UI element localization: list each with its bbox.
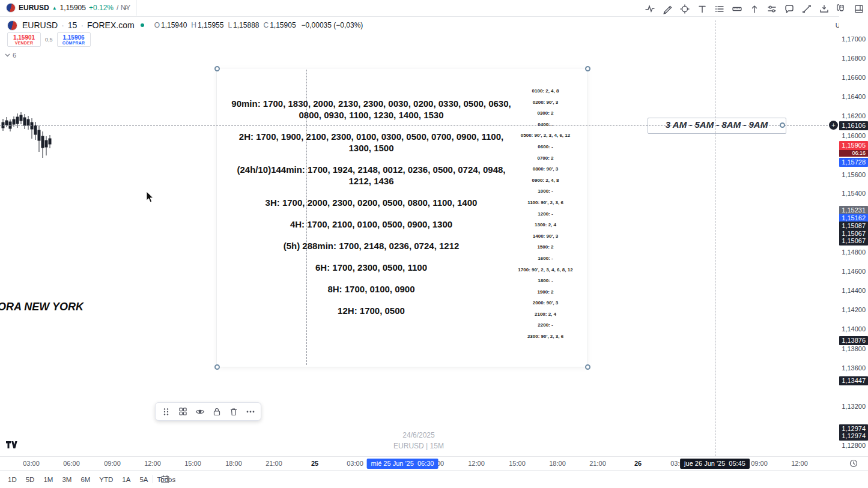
range-1a[interactable]: 1A [118,474,135,485]
schedule-row: 0700: 2 [514,153,577,164]
crosshair-icon[interactable] [679,4,690,14]
price-axis-label: 1,13800 [842,345,866,353]
magnet-icon[interactable] [836,4,847,14]
low-label: L [228,21,232,29]
annotation-resize-handle[interactable] [780,122,785,128]
price-level-badge: 1,15728 [839,158,868,167]
price-axis-label: 1,15400 [842,189,866,197]
exchange-label[interactable]: FOREX.com [87,20,135,30]
bottom-toolbar: 1D5D1M3M6MYTD1A5ATodos [0,470,868,488]
anchor-handle-top-right[interactable] [585,66,590,71]
price-axis-label: 1,13200 [842,402,866,411]
time-axis-label: 25 [311,460,318,467]
close-label: C [264,21,269,29]
time-axis-label: 12:00 [468,460,485,467]
last-price-badge: 1,1590506:16 [839,141,868,157]
price-badge-text: 1,15728 [839,158,868,167]
layout-settings-icon[interactable] [854,4,864,14]
trendline-icon[interactable] [801,4,812,14]
ohlc-readout: O 1,15940 H 1,15955 L 1,15888 C 1,15905 … [150,21,363,29]
range-5d[interactable]: 5D [22,474,39,485]
visibility-icon[interactable] [192,405,207,418]
time-axis[interactable]: 03:0006:0009:0012:0015:0018:0021:002503:… [0,456,868,471]
chart-header: EURUSD · 15 · FOREX.com O 1,15940 H 1,15… [0,17,363,33]
activity-icon[interactable] [645,4,655,14]
note-line: 8H: 1700, 0100, 0900 [227,283,515,295]
schedule-row: 1900: 2 [514,287,577,298]
time-axis-label: 21:00 [589,460,606,467]
high-label: H [191,21,196,29]
clock-icon[interactable] [849,459,858,468]
time-axis-label: 03:00 [347,460,363,467]
calendar-icon[interactable] [160,474,170,484]
time-axis-label: 18:00 [549,460,566,467]
export-icon[interactable] [819,4,830,14]
arrow-up-icon[interactable] [749,4,760,14]
price-axis-label: 1,16800 [842,54,866,62]
interval-label[interactable]: 15 [68,20,77,30]
price-axis-label: 1,16000 [842,131,866,140]
price-axis[interactable]: 1,170001,168001,166001,164001,162001,160… [839,0,868,456]
draw-icon[interactable] [662,4,673,14]
more-options-icon[interactable] [243,405,258,418]
symbol-title[interactable]: EURUSD [22,20,58,30]
schedule-row: 0400: - [514,119,577,131]
price-level-badge: 1,15067 [839,236,868,246]
note-line: (5h) 288min: 1700, 2148, 0236, 0724, 121… [227,240,515,252]
anchor-handle-top-left[interactable] [214,66,220,71]
price-axis-label: 1,13600 [842,364,866,372]
range-1d[interactable]: 1D [4,474,21,485]
crosshair-target-icon [829,121,838,130]
schedule-row: 1800: - [514,276,577,287]
time-axis-label: 06:00 [63,460,80,467]
countdown-label: 06:16 [839,150,868,157]
price-level-badge: 1,12974 [839,432,868,441]
note-text-block: 90min: 1700, 1830, 2000, 2130, 2300, 003… [227,98,515,327]
range-6m[interactable]: 6M [76,474,94,485]
crosshair-price-badge: 1,16106 [839,121,868,130]
time-axis-label: 15:00 [184,460,201,467]
price-badge-text: 1,16106 [839,121,868,130]
price-axis-label: 1,16400 [842,92,866,101]
text-tool-icon[interactable] [697,4,708,14]
tab-eurusd[interactable]: EURUSD ▲ 1,15905 +0.12% / NY [0,0,137,16]
object-list-icon[interactable] [714,4,725,14]
market-status-dot [141,23,144,27]
sliders-icon[interactable] [766,4,777,14]
range-ytd[interactable]: YTD [95,474,117,485]
watermark-symbol: EURUSD | 15M [336,441,501,451]
grid-view-icon[interactable] [175,405,190,418]
lock-icon[interactable] [209,405,224,418]
range-1m[interactable]: 1M [39,474,57,485]
time-axis-label: 09:00 [751,460,768,467]
schedule-row: 1600: - [514,253,577,265]
price-level-badge: 1,13447 [839,376,868,385]
schedule-row: 1400: 90', 3 [514,231,577,242]
delete-icon[interactable] [226,405,241,418]
schedule-row: 0100: 2, 4, 8 [514,86,577,97]
separator: · [80,20,83,30]
measure-icon[interactable] [732,4,742,14]
comment-icon[interactable] [784,4,795,14]
anchor-handle-bottom-right[interactable] [585,364,590,370]
new-tab-button[interactable]: + [120,2,132,14]
drag-handle-icon[interactable] [159,405,174,418]
price-axis-label: 1,12800 [842,441,866,450]
time-axis-label: 12:00 [144,460,161,467]
schedule-row: 2100: 2, 4 [514,309,577,321]
separator: · [61,20,64,30]
range-3m[interactable]: 3M [58,474,76,485]
annotation-vertical-line [715,20,715,456]
price-badge-text: 1,12974 [839,432,868,441]
tab-price: 1,15905 [60,4,86,12]
schedule-row: 1300: 2, 4 [514,220,577,231]
anchor-handle-bottom-left[interactable] [214,364,220,370]
tradingview-logo-icon[interactable] [6,441,18,449]
price-badge-text: 1,13876 [839,336,868,345]
time-annotation-text: 3 AM - 5AM - 8AM - 9AM [649,119,784,130]
price-axis-label: 1,16600 [842,73,866,82]
price-badge-text: 1,15067 [839,236,868,246]
note-line: 90min: 1700, 1830, 2000, 2130, 2300, 003… [227,98,515,121]
price-axis-label: 1,14000 [842,325,866,333]
tab-symbol: EURUSD [19,4,49,12]
